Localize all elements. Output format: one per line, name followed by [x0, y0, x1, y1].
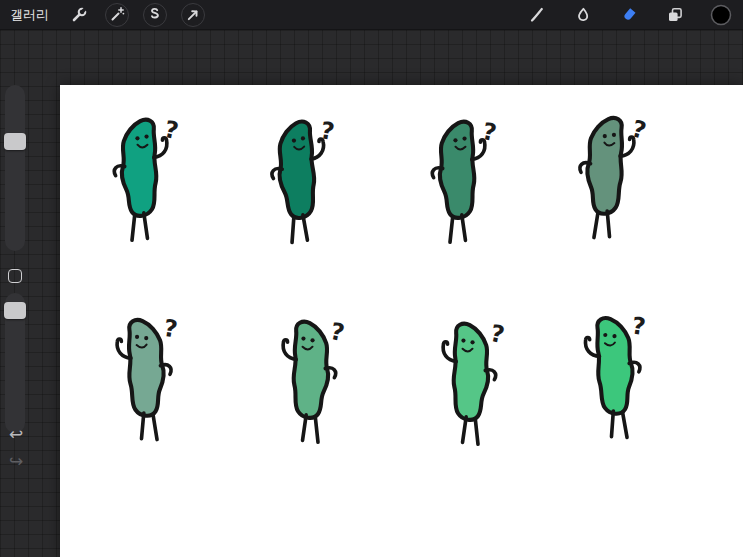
smudge-icon: [574, 6, 592, 24]
layers-button[interactable]: [663, 3, 687, 27]
color-swatch: [710, 4, 732, 26]
redo-button[interactable]: ↪: [5, 450, 27, 472]
gallery-button[interactable]: 갤러리: [0, 6, 53, 24]
question-mark-doodle: ?: [318, 116, 336, 146]
eraser-button[interactable]: [617, 3, 641, 27]
top-toolbar: 갤러리: [0, 0, 743, 30]
right-tool-group: [525, 3, 733, 27]
character-drawing: ?: [247, 107, 352, 260]
brush-size-handle[interactable]: [4, 133, 26, 150]
character-drawing: ?: [90, 304, 198, 459]
character-drawing: ?: [258, 309, 358, 459]
adjustments-button[interactable]: [105, 3, 129, 27]
color-button[interactable]: [709, 3, 733, 27]
undo-button[interactable]: ↩: [5, 423, 27, 445]
question-mark-doodle: ?: [488, 319, 507, 349]
selection-s-icon: [146, 6, 164, 24]
layers-icon: [666, 6, 684, 24]
question-mark-doodle: ?: [162, 115, 181, 145]
question-mark-doodle: ?: [328, 317, 347, 347]
character-drawing: ?: [92, 107, 192, 257]
brush-button[interactable]: [525, 3, 549, 27]
transform-arrow-icon: [184, 6, 202, 24]
smudge-button[interactable]: [571, 3, 595, 27]
character-body: [432, 122, 485, 243]
left-tool-group: [67, 3, 205, 27]
magic-wand-icon: [108, 6, 126, 24]
question-mark-doodle: ?: [480, 117, 499, 147]
character-body: [114, 120, 167, 241]
character-drawing: ?: [558, 302, 668, 459]
question-mark-doodle: ?: [162, 314, 180, 344]
selection-button[interactable]: [143, 3, 167, 27]
character-drawing: ?: [418, 311, 518, 461]
character-drawing: ?: [410, 109, 510, 259]
character-body: [576, 116, 635, 239]
workspace-background: ↩ ↪ ? ? ? ? ? ? ?: [0, 30, 743, 557]
character-drawing: ?: [553, 102, 661, 257]
brush-size-slider[interactable]: [5, 85, 25, 251]
question-mark-doodle: ?: [629, 114, 649, 145]
question-mark-doodle: ?: [630, 311, 647, 341]
wrench-icon: [70, 6, 88, 24]
transform-button[interactable]: [181, 3, 205, 27]
current-color-circle: [712, 5, 731, 24]
actions-button[interactable]: [67, 3, 91, 27]
eraser-icon: [620, 6, 638, 24]
eraser-glyph: [623, 8, 635, 21]
drawing-canvas[interactable]: ? ? ? ? ? ? ? ?: [60, 85, 743, 557]
modify-button[interactable]: [8, 269, 22, 283]
opacity-handle[interactable]: [4, 302, 26, 319]
paint-brush-icon: [528, 6, 546, 24]
